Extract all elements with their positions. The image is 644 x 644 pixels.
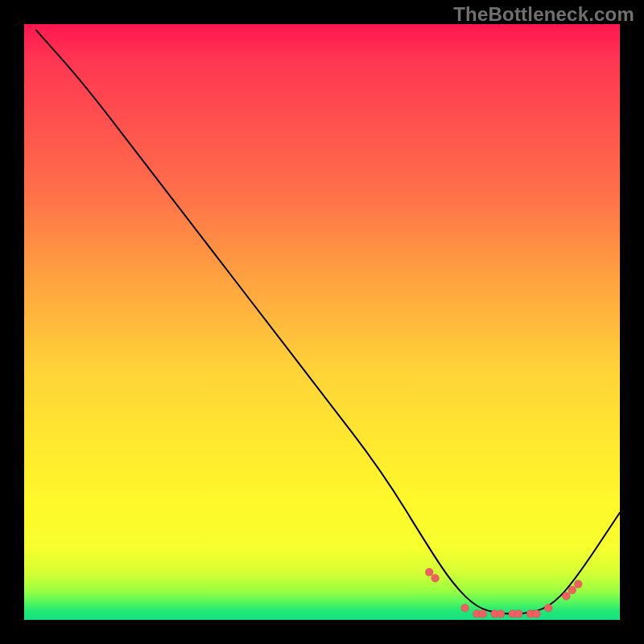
marker-group: [425, 568, 582, 618]
marker-dot: [568, 586, 576, 594]
marker-dot: [532, 610, 540, 618]
marker-dot: [544, 604, 552, 612]
bottleneck-curve: [36, 30, 620, 613]
marker-dot: [514, 610, 522, 618]
marker-dot: [562, 592, 570, 600]
marker-dot: [431, 574, 440, 582]
marker-dot: [425, 568, 433, 576]
marker-dot: [497, 610, 505, 618]
marker-dot: [479, 610, 487, 618]
chart-frame: TheBottleneck.com: [0, 0, 644, 644]
plot-area: [24, 24, 620, 620]
watermark-label: TheBottleneck.com: [453, 3, 634, 26]
marker-dot: [574, 580, 582, 588]
chart-svg: [24, 24, 620, 620]
marker-dot: [461, 604, 469, 612]
